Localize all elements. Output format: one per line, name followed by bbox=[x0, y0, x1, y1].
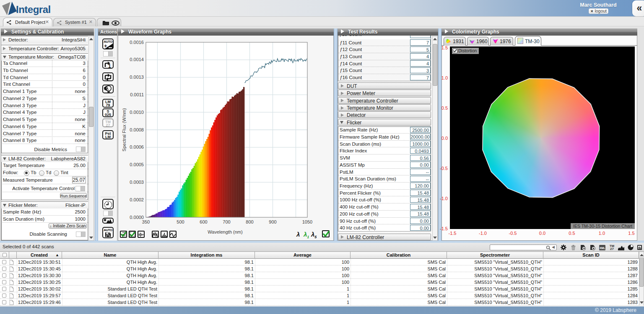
svg-text:1: 1 bbox=[108, 63, 111, 69]
svg-text:0.0008: 0.0008 bbox=[130, 127, 144, 132]
svg-text:0.0002: 0.0002 bbox=[130, 197, 144, 202]
svg-text:0.0013: 0.0013 bbox=[130, 75, 144, 80]
svg-text:0.0016: 0.0016 bbox=[130, 40, 144, 45]
svg-text:0.0003: 0.0003 bbox=[130, 180, 144, 185]
svg-text:0.0014: 0.0014 bbox=[130, 57, 144, 62]
svg-text:0.0010: 0.0010 bbox=[130, 110, 144, 115]
svg-text:600: 600 bbox=[200, 219, 207, 224]
svg-text:500: 500 bbox=[177, 219, 184, 224]
svg-text:350: 350 bbox=[142, 219, 150, 224]
svg-text:XML: XML bbox=[600, 247, 605, 250]
svg-text:0.0005: 0.0005 bbox=[130, 162, 144, 167]
svg-text:Spectral Flux (W/nm): Spectral Flux (W/nm) bbox=[122, 108, 127, 151]
svg-text:0.0000: 0.0000 bbox=[130, 215, 144, 220]
svg-text:0.0006: 0.0006 bbox=[130, 144, 144, 149]
svg-text:700: 700 bbox=[223, 219, 230, 224]
svg-text:Wavelength (nm): Wavelength (nm) bbox=[208, 229, 242, 234]
svg-text:900: 900 bbox=[269, 219, 276, 224]
svg-text:800: 800 bbox=[246, 219, 253, 224]
svg-text:1050: 1050 bbox=[302, 219, 312, 224]
svg-text:0.0011: 0.0011 bbox=[130, 92, 144, 97]
